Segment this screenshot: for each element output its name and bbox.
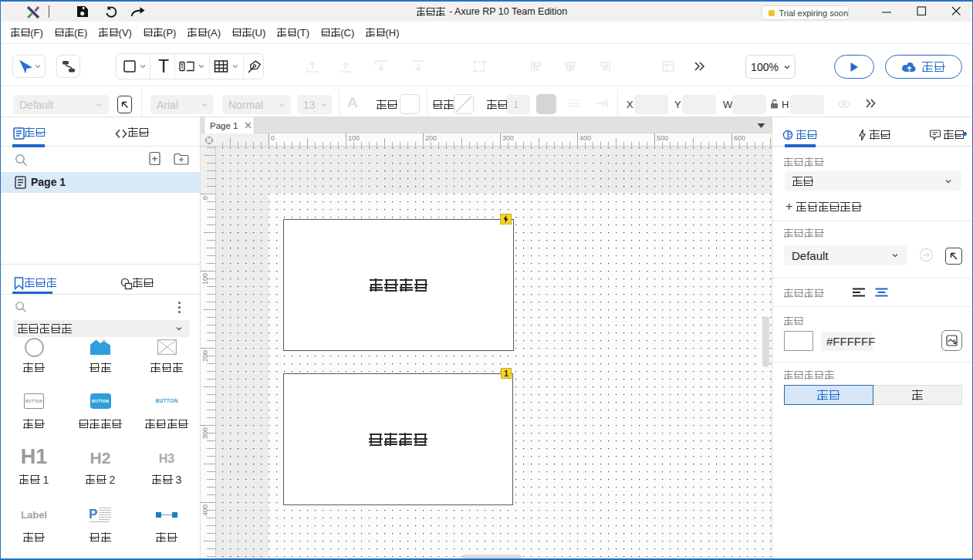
svg-text:P: P — [89, 507, 97, 521]
